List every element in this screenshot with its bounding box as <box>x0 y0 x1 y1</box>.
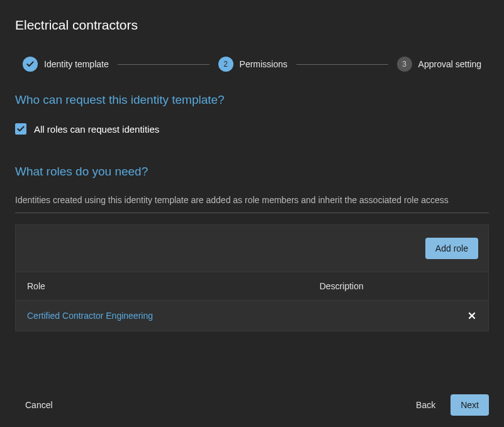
step-label: Identity template <box>44 59 109 69</box>
table-row: Certified Contractor Engineering <box>16 301 488 331</box>
column-role: Role <box>27 281 320 291</box>
role-name-link[interactable]: Certified Contractor Engineering <box>27 311 320 321</box>
roles-table: Add role Role Description Certified Cont… <box>15 225 489 331</box>
step-label: Approval setting <box>418 59 481 69</box>
who-heading: Who can request this identity template? <box>15 93 489 107</box>
close-icon <box>467 311 477 321</box>
step-label: Permissions <box>240 59 288 69</box>
add-role-button[interactable]: Add role <box>425 238 478 259</box>
stepper: Identity template 2 Permissions 3 Approv… <box>15 57 489 72</box>
identity-template-dialog: Electrical contractors Identity template… <box>0 0 504 427</box>
roles-subtext: Identities created using this identity t… <box>15 195 489 213</box>
all-roles-checkbox-row: All roles can request identities <box>15 123 489 135</box>
roles-heading: What roles do you need? <box>15 165 489 179</box>
all-roles-label: All roles can request identities <box>34 124 159 135</box>
column-description: Description <box>320 281 452 291</box>
delete-role-button[interactable] <box>452 311 477 321</box>
stepper-connector <box>296 64 388 65</box>
step-identity-template[interactable]: Identity template <box>23 57 109 72</box>
step-number-icon: 3 <box>397 57 412 72</box>
roles-toolbar: Add role <box>16 225 488 272</box>
column-action <box>452 281 477 291</box>
check-icon <box>23 57 38 72</box>
step-approval-setting[interactable]: 3 Approval setting <box>397 57 481 72</box>
check-icon <box>16 125 25 133</box>
footer-right: Back Next <box>406 394 489 416</box>
dialog-title: Electrical contractors <box>15 18 489 33</box>
cancel-button[interactable]: Cancel <box>15 394 63 416</box>
step-number-icon: 2 <box>218 57 233 72</box>
stepper-connector <box>118 64 210 65</box>
all-roles-checkbox[interactable] <box>15 123 26 135</box>
dialog-content: Who can request this identity template? … <box>15 93 489 382</box>
next-button[interactable]: Next <box>451 394 489 416</box>
dialog-footer: Cancel Back Next <box>15 382 489 416</box>
table-header: Role Description <box>16 272 488 301</box>
back-button[interactable]: Back <box>406 394 445 416</box>
step-permissions[interactable]: 2 Permissions <box>218 57 288 72</box>
